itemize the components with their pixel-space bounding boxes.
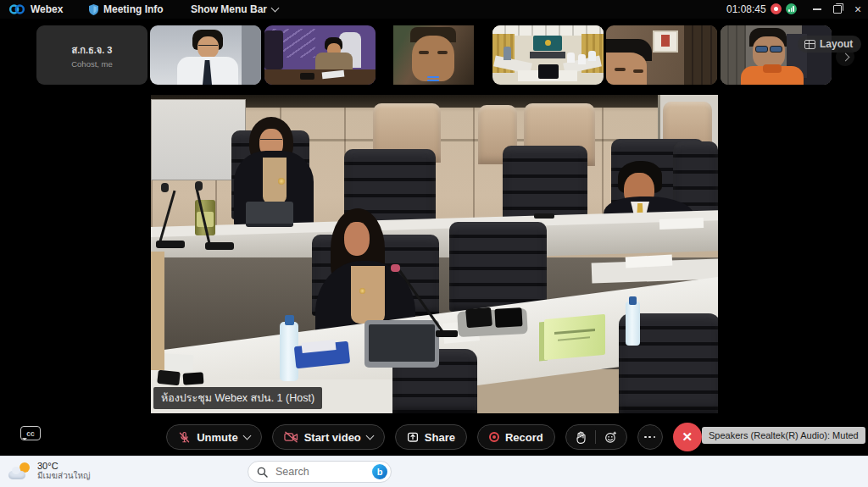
raise-hand-icon[interactable] — [576, 431, 587, 444]
audio-status-tooltip: Speakers (Realtek(R) Audio): Muted — [702, 427, 865, 444]
record-label: Record — [505, 431, 543, 444]
record-icon — [489, 432, 499, 442]
audio-indicator — [427, 80, 439, 81]
video-thumbnail[interactable] — [492, 25, 604, 85]
weather-icon — [8, 462, 31, 479]
microphone-base — [436, 330, 458, 337]
show-menu-bar-label: Show Menu Bar — [191, 3, 267, 15]
layout-grid-icon — [804, 40, 815, 49]
backdrop — [530, 52, 565, 58]
mic-muted-icon — [178, 431, 191, 444]
eye — [633, 69, 643, 73]
unmute-button[interactable]: Unmute — [166, 424, 261, 450]
closed-captions-button[interactable]: cc — [20, 426, 41, 440]
desk — [264, 69, 376, 85]
chevron-down-icon — [365, 432, 374, 440]
minimize-button[interactable] — [806, 0, 828, 19]
glasses — [755, 46, 768, 53]
person — [578, 54, 586, 64]
meeting-info-label: Meeting Info — [103, 3, 164, 15]
share-button[interactable]: Share — [395, 424, 467, 450]
title-bar: Webex Meeting Info Show Menu Bar 01:08:4… — [0, 0, 868, 19]
weather-temp: 30°C — [37, 461, 91, 471]
microphone-tip — [195, 181, 203, 191]
leave-meeting-button[interactable]: ✕ — [673, 423, 702, 451]
connection-quality-icon — [786, 3, 797, 14]
eye — [615, 68, 626, 71]
show-menu-bar-button[interactable]: Show Menu Bar — [191, 0, 278, 19]
face — [412, 36, 454, 81]
water-bottle — [626, 302, 640, 346]
phone — [157, 370, 181, 386]
shield-icon — [89, 4, 98, 15]
video-thumbnail[interactable] — [606, 25, 717, 85]
emblem-pin — [359, 288, 365, 294]
more-options-button[interactable] — [637, 424, 663, 450]
divider — [595, 430, 596, 444]
webex-logo-icon — [8, 3, 25, 15]
app-name: Webex — [31, 3, 63, 15]
video-thumbnail[interactable] — [150, 25, 261, 85]
microphone-base — [534, 213, 554, 219]
phone — [300, 73, 314, 80]
person — [588, 51, 596, 61]
camera-off-icon — [284, 431, 298, 443]
cabinet — [684, 25, 717, 85]
share-icon — [407, 431, 419, 443]
webex-logo: Webex — [8, 0, 63, 19]
person-blouse — [351, 266, 385, 324]
eye — [419, 51, 429, 54]
weather-widget[interactable]: 30°C มีเมฆส่วนใหญ่ — [8, 461, 91, 481]
person-silhouette — [264, 30, 283, 69]
person-face — [344, 222, 370, 256]
chevron-right-icon — [841, 53, 849, 61]
emblem-pin — [278, 178, 285, 185]
microphone-base — [156, 241, 185, 248]
video-thumbnail[interactable] — [721, 25, 832, 85]
microphone-tip — [391, 264, 400, 272]
main-video-tile[interactable]: ห้องประชุม Webex สปน. 1 (Host) — [151, 95, 718, 413]
video-thumbnail-self[interactable]: ส.ก.ธ.จ. 3 Cohost, me — [36, 25, 147, 85]
emblem — [545, 40, 551, 46]
timer-text: 01:08:45 — [726, 3, 766, 15]
paper — [659, 218, 704, 230]
person-partial — [151, 252, 164, 370]
backdrop — [242, 25, 261, 85]
chevron-down-icon — [271, 4, 280, 13]
search-input[interactable] — [274, 465, 366, 479]
monitor — [538, 64, 559, 79]
bottle-cap — [285, 315, 294, 325]
video-thumbnail-active-speaker[interactable] — [378, 25, 489, 85]
emoji-reaction-icon[interactable] — [604, 431, 617, 444]
video-thumbnail[interactable] — [264, 25, 376, 85]
search-icon — [257, 467, 268, 478]
audio-indicator — [427, 76, 439, 78]
face — [606, 53, 647, 85]
glasses — [198, 45, 218, 50]
meeting-timer: 01:08:45 — [726, 0, 766, 19]
collar — [763, 64, 782, 73]
phone — [465, 307, 492, 329]
start-video-button[interactable]: Start video — [272, 424, 385, 450]
emblem — [661, 35, 670, 47]
search-box[interactable]: b — [248, 461, 392, 483]
cloud-icon — [12, 467, 20, 474]
cc-label: cc — [26, 429, 34, 438]
reactions-group — [565, 424, 627, 450]
filmstrip-next-button[interactable] — [836, 47, 854, 66]
share-label: Share — [425, 431, 455, 444]
chevron-down-icon — [242, 432, 251, 440]
start-video-label: Start video — [304, 431, 361, 444]
bing-icon: b — [372, 464, 387, 479]
eye — [437, 51, 448, 54]
more-options-icon — [644, 436, 655, 439]
meeting-info-button[interactable]: Meeting Info — [89, 0, 164, 19]
microphone-tip — [161, 183, 169, 192]
glasses — [260, 139, 282, 144]
participant-name: ส.ก.ธ.จ. 3 — [72, 42, 113, 58]
person — [567, 53, 575, 63]
close-button[interactable]: × — [847, 0, 868, 19]
restore-button[interactable] — [826, 0, 849, 19]
tablet-screen — [369, 324, 435, 362]
record-button[interactable]: Record — [477, 424, 555, 450]
